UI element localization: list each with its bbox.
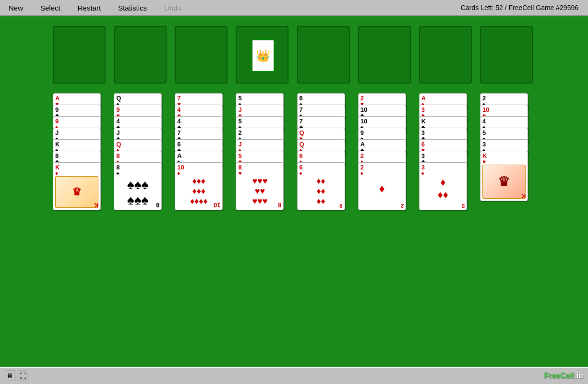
column-6: 2 ♥ 10 ♣ 10 ♠ 9 ♠ A ♣ 2 ♦ [358,93,411,237]
foundation-4[interactable] [480,26,533,84]
menu-bar: New Select Restart Statistics Undo Cards… [0,0,588,16]
foundation-1[interactable] [297,26,350,84]
top-row: 👑 [53,26,533,84]
menu-restart[interactable]: Restart [69,2,109,14]
taskbar-left: 🖥 ⛶ [5,371,28,381]
free-cell-3[interactable] [175,26,228,84]
king-card-freecell[interactable]: 👑 [252,39,275,72]
card-8-spade-col2[interactable]: 8 ♠ ♠♠♠♠♠♠ 8 [114,162,162,210]
brand-white: .io [574,372,583,380]
card-6-dia2-col5[interactable]: 6 ♦ ♦♦♦♦♦♦ 9 [297,162,345,210]
card-2-dia2-col6[interactable]: 2 ♦ ♦ 2 [358,162,406,210]
foundation-2[interactable] [358,26,411,84]
columns-area: A ♥ 9 ♣ 9 ♦ J ♠ K ♠ 8 ♣ [53,93,533,237]
card-8-heart-col4[interactable]: 8 ♥ ♥♥♥♥♥♥♥♥ 8 [236,162,284,210]
card-K-heart-col8[interactable]: K ♥ ♛ K [480,151,528,201]
column-3: 7 ♥ 4 ♥ 4 ♣ 7 ♣ 6 ♣ A ♠ [175,93,228,237]
card-K-dia-col1[interactable]: K ♦ ♛ K [53,162,101,210]
game-area: 👑 A ♥ 9 ♣ 9 ♦ J ♠ [0,16,588,367]
brand-green: FreeCell [544,372,574,380]
column-1: A ♥ 9 ♣ 9 ♦ J ♠ K ♠ 8 ♣ [53,93,106,237]
expand-icon[interactable]: ⛶ [18,371,28,381]
taskbar-brand: FreeCell.io [544,372,583,380]
taskbar: 🖥 ⛶ FreeCell.io [0,367,588,384]
menu-select[interactable]: Select [32,2,69,14]
menu-statistics[interactable]: Statistics [109,2,156,14]
game-status: Cards Left: 52 / FreeCell Game #29596 [461,4,578,12]
column-4: 5 ♠ J ♥ 5 ♠ 2 ♠ J ♦ 5 ♥ [236,93,288,237]
menu-undo: Undo [156,2,190,14]
king-card-face: 👑 [256,49,270,62]
column-5: 6 ♠ 7 ♠ 7 ♣ Q ♥ Q ♦ 6 ♦ [297,93,350,237]
column-8: 2 ♠ 10 ♥ 4 ♠ 5 ♠ 3 ♠ K ♥ ♛ [480,93,533,237]
card-3-dia-col7[interactable]: 3 ♦ ♦♦♦ 5 [419,162,467,210]
column-2: Q ♠ 9 ♥ 4 ♣ J ♣ Q ♦ 8 ♦ [114,93,167,237]
card-10-dia-col3[interactable]: 10 ♦ ♦♦♦♦♦♦♦♦♦♦ 10 [175,162,223,210]
foundation-3[interactable] [419,26,472,84]
free-cell-2[interactable] [114,26,167,84]
free-cell-4[interactable]: 👑 [236,26,288,84]
free-cell-1[interactable] [53,26,106,84]
monitor-icon[interactable]: 🖥 [5,371,15,381]
column-7: A ♦ 3 ♥ K ♣ 3 ♣ 6 ♥ 3 ♣ [419,93,472,237]
menu-new[interactable]: New [0,2,32,14]
